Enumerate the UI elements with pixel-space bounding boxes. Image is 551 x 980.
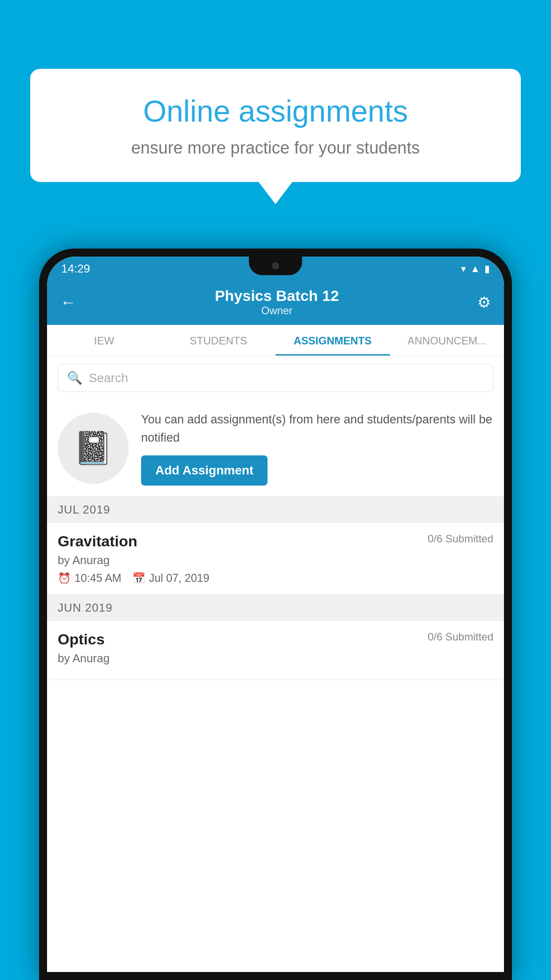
status-icons: ▾ ▲ ▮ — [461, 263, 490, 275]
settings-icon[interactable]: ⚙ — [477, 293, 491, 311]
assignment-row-header: Gravitation 0/6 Submitted — [58, 533, 493, 550]
search-container: 🔍 Search — [47, 356, 504, 400]
assignment-author-optics: by Anurag — [58, 652, 493, 665]
info-icon-circle: 📓 — [58, 413, 129, 484]
header-title: Physics Batch 12 — [215, 287, 339, 304]
battery-icon: ▮ — [484, 263, 490, 275]
header-subtitle: Owner — [215, 304, 339, 317]
camera-dot — [272, 262, 279, 269]
tab-assignments[interactable]: ASSIGNMENTS — [276, 325, 390, 356]
notch — [249, 257, 302, 275]
assignment-meta: ⏰ 10:45 AM 📅 Jul 07, 2019 — [58, 572, 493, 585]
section-label-jul: JUL 2019 — [58, 503, 110, 516]
header-title-block: Physics Batch 12 Owner — [215, 287, 339, 317]
assignment-author: by Anurag — [58, 553, 493, 567]
signal-icon: ▲ — [470, 263, 480, 275]
assignment-time: ⏰ 10:45 AM — [58, 572, 122, 585]
assignment-item-gravitation[interactable]: Gravitation 0/6 Submitted by Anurag ⏰ 10… — [47, 523, 504, 595]
search-icon: 🔍 — [67, 371, 83, 385]
speech-bubble-container: Online assignments ensure more practice … — [30, 69, 521, 204]
assignment-name: Gravitation — [58, 533, 137, 550]
info-panel: 📓 You can add assignment(s) from here an… — [47, 400, 504, 497]
assignment-submitted: 0/6 Submitted — [428, 533, 493, 545]
info-description: You can add assignment(s) from here and … — [141, 411, 493, 447]
speech-bubble-arrow — [259, 182, 292, 204]
speech-bubble-subtitle: ensure more practice for your students — [57, 138, 494, 158]
back-button[interactable]: ← — [60, 293, 76, 312]
status-bar: 14:29 ▾ ▲ ▮ — [47, 257, 504, 281]
wifi-icon: ▾ — [461, 263, 466, 275]
speech-bubble-title: Online assignments — [57, 93, 494, 130]
assignment-row-header-optics: Optics 0/6 Submitted — [58, 631, 493, 648]
search-bar[interactable]: 🔍 Search — [58, 364, 493, 392]
tabs-bar: IEW STUDENTS ASSIGNMENTS ANNOUNCEM... — [47, 325, 504, 356]
notebook-icon: 📓 — [73, 429, 113, 467]
content-area: 🔍 Search 📓 You can add assignment(s) fro… — [47, 356, 504, 972]
section-header-jul: JUL 2019 — [47, 497, 504, 523]
assignment-name-optics: Optics — [58, 631, 105, 648]
clock-icon: ⏰ — [58, 572, 71, 585]
assignment-item-optics[interactable]: Optics 0/6 Submitted by Anurag — [47, 621, 504, 680]
phone-screen: 14:29 ▾ ▲ ▮ ← Physics Batch 12 Owner ⚙ I… — [47, 257, 504, 972]
section-header-jun: JUN 2019 — [47, 595, 504, 621]
add-assignment-button[interactable]: Add Assignment — [141, 455, 268, 486]
app-header: ← Physics Batch 12 Owner ⚙ — [47, 281, 504, 325]
tab-announcements[interactable]: ANNOUNCEM... — [390, 325, 504, 356]
calendar-icon: 📅 — [132, 572, 146, 585]
speech-bubble: Online assignments ensure more practice … — [30, 69, 521, 182]
tab-iew[interactable]: IEW — [47, 325, 161, 356]
section-label-jun: JUN 2019 — [58, 601, 113, 614]
tab-students[interactable]: STUDENTS — [161, 325, 276, 356]
assignment-submitted-optics: 0/6 Submitted — [428, 631, 493, 643]
info-text-block: You can add assignment(s) from here and … — [141, 411, 493, 486]
phone-frame: 14:29 ▾ ▲ ▮ ← Physics Batch 12 Owner ⚙ I… — [39, 249, 512, 980]
status-time: 14:29 — [61, 262, 90, 276]
assignment-date: 📅 Jul 07, 2019 — [132, 572, 209, 585]
search-placeholder: Search — [89, 371, 128, 385]
